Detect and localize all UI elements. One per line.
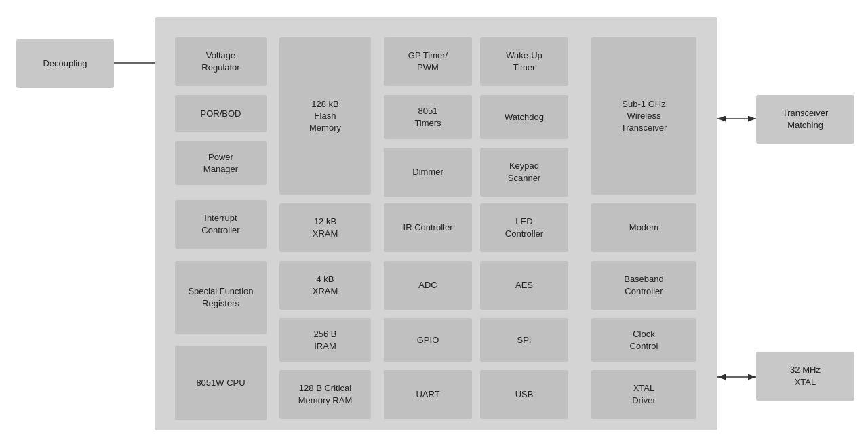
usb-label: USB xyxy=(515,388,534,401)
diagram-container: Decoupling TransceiverMatching 32 MHzXTA… xyxy=(0,0,868,444)
gp-timer-block: GP Timer/PWM xyxy=(384,37,472,86)
spi-label: SPI xyxy=(517,334,532,346)
wakeup-timer-block: Wake-UpTimer xyxy=(480,37,568,86)
dimmer-block: Dimmer xyxy=(384,148,472,197)
aes-label: AES xyxy=(515,279,533,291)
uart-label: UART xyxy=(416,388,439,401)
led-controller-label: LEDController xyxy=(505,216,543,239)
baseband-label: BasebandController xyxy=(624,273,664,297)
led-controller-block: LEDController xyxy=(480,203,568,252)
decoupling-label: Decoupling xyxy=(43,58,87,70)
xram-4k-label: 4 kBXRAM xyxy=(313,273,338,297)
aes-block: AES xyxy=(480,261,568,310)
modem-block: Modem xyxy=(591,203,696,252)
interrupt-controller-block: InterruptController xyxy=(175,200,267,249)
critical-mem-block: 128 B CriticalMemory RAM xyxy=(279,370,371,419)
ir-controller-block: IR Controller xyxy=(384,203,472,252)
sfr-block: Special FunctionRegisters xyxy=(175,261,267,334)
flash-block: 128 kBFlashMemory xyxy=(279,37,371,195)
transceiver-block: Sub-1 GHzWirelessTransceiver xyxy=(591,37,696,195)
por-bod-block: POR/BOD xyxy=(175,95,267,132)
por-bod-label: POR/BOD xyxy=(201,108,241,120)
modem-label: Modem xyxy=(629,222,658,234)
clock-control-block: ClockControl xyxy=(591,318,696,362)
power-manager-label: PowerManager xyxy=(203,151,238,175)
xram-12k-block: 12 kBXRAM xyxy=(279,203,371,252)
xtal-driver-block: XTALDriver xyxy=(591,370,696,419)
adc-block: ADC xyxy=(384,261,472,310)
keypad-scanner-block: KeypadScanner xyxy=(480,148,568,197)
gp-timer-label: GP Timer/PWM xyxy=(408,49,448,73)
voltage-regulator-block: VoltageRegulator xyxy=(175,37,267,86)
cpu-block: 8051W CPU xyxy=(175,346,267,420)
uart-block: UART xyxy=(384,370,472,419)
keypad-scanner-label: KeypadScanner xyxy=(508,160,540,184)
iram-block: 256 BIRAM xyxy=(279,318,371,362)
xram-4k-block: 4 kBXRAM xyxy=(279,261,371,310)
dimmer-label: Dimmer xyxy=(412,166,443,178)
cpu-label: 8051W CPU xyxy=(196,377,245,389)
sfr-label: Special FunctionRegisters xyxy=(188,285,253,309)
critical-mem-label: 128 B CriticalMemory RAM xyxy=(298,382,352,406)
ir-controller-label: IR Controller xyxy=(403,222,453,234)
xtal-driver-label: XTALDriver xyxy=(632,382,656,406)
watchdog-label: Watchdog xyxy=(505,111,544,123)
voltage-regulator-label: VoltageRegulator xyxy=(201,49,239,73)
xtal-32mhz-block: 32 MHzXTAL xyxy=(756,352,854,401)
transceiver-matching-label: TransceiverMatching xyxy=(783,107,828,131)
power-manager-block: PowerManager xyxy=(175,141,267,185)
iram-label: 256 BIRAM xyxy=(314,328,337,352)
gpio-label: GPIO xyxy=(417,334,439,346)
transceiver-matching-block: TransceiverMatching xyxy=(756,95,854,144)
baseband-block: BasebandController xyxy=(591,261,696,310)
interrupt-controller-label: InterruptController xyxy=(201,212,239,236)
usb-block: USB xyxy=(480,370,568,419)
gpio-block: GPIO xyxy=(384,318,472,362)
xram-12k-label: 12 kBXRAM xyxy=(313,216,338,239)
watchdog-block: Watchdog xyxy=(480,95,568,139)
xtal-32mhz-label: 32 MHzXTAL xyxy=(790,364,821,388)
flash-label: 128 kBFlashMemory xyxy=(309,98,341,134)
spi-block: SPI xyxy=(480,318,568,362)
clock-control-label: ClockControl xyxy=(630,328,658,352)
adc-label: ADC xyxy=(418,279,437,291)
timers-8051-block: 8051Timers xyxy=(384,95,472,139)
wakeup-timer-label: Wake-UpTimer xyxy=(506,49,542,73)
timers-8051-label: 8051Timers xyxy=(414,105,441,129)
decoupling-block: Decoupling xyxy=(16,39,114,88)
transceiver-label: Sub-1 GHzWirelessTransceiver xyxy=(621,98,667,134)
